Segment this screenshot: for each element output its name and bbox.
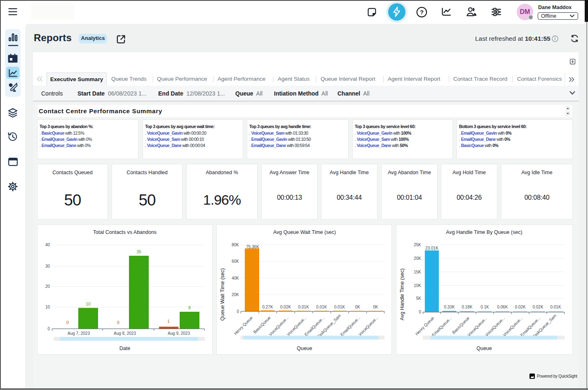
svg-text:Avg Handle Time By Queue (sec): Avg Handle Time By Queue (sec) [446,229,522,235]
svg-text:?: ? [420,9,424,16]
svg-text:40: 40 [45,243,50,247]
svg-text:75.36K: 75.36K [246,245,259,249]
svg-text:0: 0 [47,327,50,331]
svg-text:25K: 25K [414,243,421,247]
svg-text:20K: 20K [232,292,239,297]
svg-text:20K: 20K [414,256,421,261]
svg-text:0: 0 [66,320,69,325]
svg-text:0: 0 [117,320,119,325]
svg-text:30: 30 [45,264,50,269]
svg-text:Henry Queue: Henry Queue [233,315,254,336]
svg-text:Queue: Queue [476,346,492,351]
svg-text:0: 0 [237,309,239,314]
svg-text:15K: 15K [414,270,421,274]
svg-text:Queue: Queue [297,346,312,351]
svg-text:0.06K: 0.06K [497,305,508,309]
svg-text:0.01K: 0.01K [550,305,561,309]
svg-text:Avg Queue Wait Time (sec): Avg Queue Wait Time (sec) [273,229,336,235]
svg-text:1: 1 [167,319,170,324]
svg-text:60K: 60K [232,259,239,264]
svg-text:0.1K: 0.1K [480,305,489,309]
svg-text:0.01K: 0.01K [298,305,309,309]
svg-text:0.02K: 0.02K [515,305,525,309]
svg-text:0.01K: 0.01K [334,305,345,309]
svg-text:0K: 0K [373,305,378,309]
svg-text:0.33K: 0.33K [444,305,454,309]
svg-text:10K: 10K [414,283,421,288]
svg-text:0: 0 [419,310,421,314]
svg-text:Date: Date [119,346,130,351]
svg-text:0.01K: 0.01K [316,305,327,309]
svg-text:Aug 8, 2023: Aug 8, 2023 [114,331,136,336]
svg-text:23.01K: 23.01K [425,246,438,250]
svg-text:0.27K: 0.27K [262,305,273,309]
svg-text:Aug 7, 2023: Aug 7, 2023 [68,331,90,336]
svg-text:10: 10 [45,305,50,309]
svg-text:8: 8 [188,305,191,310]
svg-text:80K: 80K [232,243,239,247]
svg-text:Queue Wait Time (sec): Queue Wait Time (sec) [220,268,225,320]
svg-text:0.02K: 0.02K [280,305,291,309]
svg-text:0.18K: 0.18K [461,305,472,309]
svg-text:BasicQueue: BasicQueue [253,315,272,334]
svg-text:10: 10 [86,301,91,306]
svg-text:5K: 5K [416,296,422,301]
svg-text:40K: 40K [232,276,239,280]
svg-text:Avg Handle Time (sec): Avg Handle Time (sec) [399,269,405,320]
svg-text:Aug 9, 2023: Aug 9, 2023 [168,331,190,336]
svg-text:0.02K: 0.02K [532,305,543,309]
svg-text:20: 20 [45,284,50,289]
svg-text:Total Contacts vs Abandons: Total Contacts vs Abandons [93,229,157,235]
svg-text:35: 35 [136,249,141,254]
svg-text:BasicQueue: BasicQueue [451,315,471,335]
svg-text:0K: 0K [355,305,361,309]
svg-text:TaskQueue_Sam: TaskQueue_Sam [532,313,557,339]
